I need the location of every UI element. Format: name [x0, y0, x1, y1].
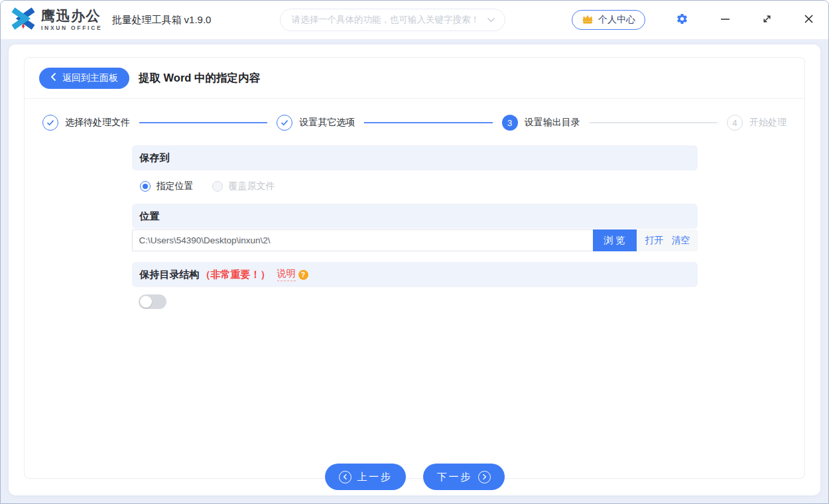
- logo-mark-icon: [10, 7, 36, 32]
- gear-icon: [676, 13, 688, 27]
- logo-title: 鹰迅办公: [41, 9, 102, 23]
- chevron-right-circle-icon: [478, 471, 491, 483]
- steps-bar: 选择待处理文件 设置其它选项 3 设置输出目录 4 开始处理: [25, 115, 804, 131]
- next-button-label: 下一步: [437, 471, 472, 483]
- step-2-label: 设置其它选项: [299, 117, 355, 129]
- radio-specified-location[interactable]: 指定位置: [140, 180, 194, 192]
- back-button-label: 返回到主面板: [62, 72, 118, 84]
- logo-subtitle: INXUN OFFICE: [41, 25, 102, 31]
- section-header-location: 位置: [132, 204, 698, 229]
- important-note: （非常重要！）: [201, 269, 271, 281]
- step-1-circle: [42, 115, 58, 131]
- app-window: 鹰迅办公 INXUN OFFICE 批量处理工具箱 v1.9.0 请选择一个具体…: [0, 0, 829, 504]
- content-panel: 返回到主面板 提取 Word 中的指定内容 选择待处理文件 设置其它选: [24, 57, 805, 479]
- location-input-row: 浏 览 打开 清空: [132, 229, 698, 251]
- resize-button[interactable]: [761, 13, 773, 27]
- prev-button-label: 上一步: [357, 471, 393, 483]
- check-icon: [46, 117, 54, 129]
- step-connector: [139, 122, 267, 123]
- step-2-circle: [277, 115, 292, 131]
- search-placeholder: 请选择一个具体的功能，也可输入关键字搜索！: [291, 14, 487, 26]
- radio-overwrite-label: 覆盖原文件: [229, 180, 275, 192]
- topbar-actions: 个人中心: [572, 10, 815, 30]
- path-link-area: 打开 清空: [637, 229, 698, 251]
- section-header-keep-structure: 保持目录结构 （非常重要！） 说明 ?: [132, 262, 698, 287]
- step-4-label: 开始处理: [749, 117, 787, 129]
- keep-structure-toggle[interactable]: [139, 294, 166, 309]
- path-input[interactable]: [132, 229, 593, 251]
- wizard-footer: 上一步 下一步: [9, 464, 820, 490]
- minimize-button[interactable]: [719, 13, 732, 27]
- user-center-label: 个人中心: [598, 14, 635, 26]
- user-center-button[interactable]: 个人中心: [572, 10, 645, 30]
- open-link[interactable]: 打开: [645, 235, 664, 247]
- app-title: 批量处理工具箱 v1.9.0: [111, 14, 211, 27]
- step-connector: [364, 122, 492, 123]
- next-button[interactable]: 下一步: [423, 464, 505, 490]
- prev-button[interactable]: 上一步: [325, 464, 407, 490]
- chevron-left-icon: [50, 72, 56, 84]
- step-3-circle: 3: [502, 115, 518, 131]
- check-icon: [281, 117, 288, 129]
- back-button[interactable]: 返回到主面板: [39, 68, 129, 89]
- step-3-label: 设置输出目录: [525, 117, 580, 129]
- question-badge-icon[interactable]: ?: [298, 270, 308, 280]
- help-link[interactable]: 说明: [277, 268, 296, 281]
- close-icon: [804, 14, 814, 26]
- settings-button[interactable]: [674, 11, 690, 29]
- step-connector: [590, 122, 718, 123]
- step-4-circle: 4: [727, 115, 743, 131]
- chevron-left-circle-icon: [339, 471, 351, 483]
- resize-icon: [762, 14, 772, 26]
- minimize-icon: [720, 14, 730, 26]
- browse-button[interactable]: 浏 览: [593, 229, 637, 251]
- chevron-down-icon: [487, 14, 495, 26]
- close-button[interactable]: [802, 13, 815, 27]
- step-start-process: 4 开始处理: [727, 115, 787, 131]
- radio-unselected-icon: [212, 181, 223, 192]
- step-output-dir: 3 设置输出目录: [502, 115, 580, 131]
- radio-overwrite-original[interactable]: 覆盖原文件: [212, 180, 275, 192]
- function-search-select[interactable]: 请选择一个具体的功能，也可输入关键字搜索！: [280, 9, 505, 31]
- step-select-files: 选择待处理文件: [42, 115, 130, 131]
- keep-structure-toggle-row: [132, 294, 698, 312]
- page-title: 提取 Word 中的指定内容: [139, 71, 260, 86]
- step-1-label: 选择待处理文件: [65, 117, 130, 129]
- section-header-save-to: 保存到: [132, 145, 698, 170]
- toggle-knob: [140, 296, 152, 308]
- clear-link[interactable]: 清空: [672, 235, 690, 247]
- radio-selected-icon: [140, 181, 151, 192]
- radio-specified-label: 指定位置: [157, 180, 194, 192]
- main-card: 返回到主面板 提取 Word 中的指定内容 选择待处理文件 设置其它选: [9, 44, 820, 495]
- save-to-options: 指定位置 覆盖原文件: [132, 178, 698, 195]
- output-form: 保存到 指定位置 覆盖原文件 位置 浏: [132, 145, 698, 312]
- step-other-options: 设置其它选项: [277, 115, 355, 131]
- app-logo: 鹰迅办公 INXUN OFFICE: [10, 7, 102, 32]
- crown-icon: [582, 14, 594, 27]
- topbar: 鹰迅办公 INXUN OFFICE 批量处理工具箱 v1.9.0 请选择一个具体…: [1, 1, 828, 39]
- panel-header: 返回到主面板 提取 Word 中的指定内容: [25, 58, 804, 99]
